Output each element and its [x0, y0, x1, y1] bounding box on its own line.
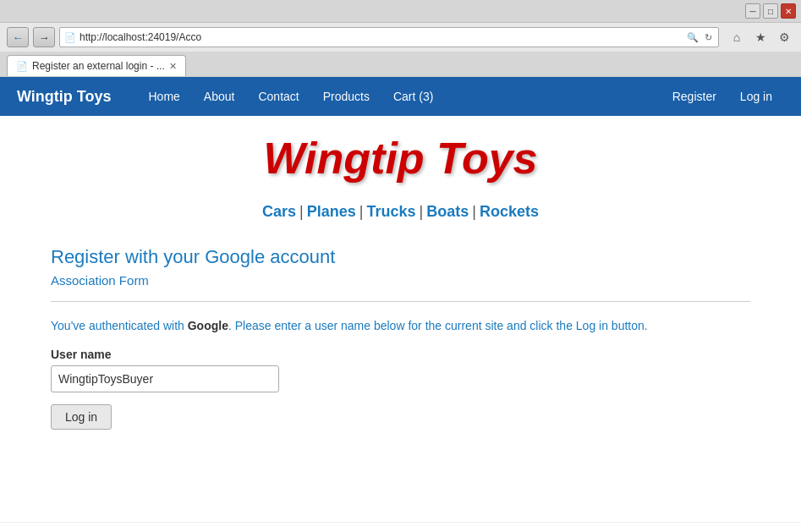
username-input[interactable] [51, 365, 279, 392]
nav-cart[interactable]: Cart (3) [381, 80, 445, 113]
divider [51, 301, 750, 302]
browser-titlebar: ─ □ ✕ [0, 0, 801, 23]
tab-label: Register an external login - ... [32, 60, 165, 72]
address-icons: 🔍 ↻ [685, 31, 714, 44]
site-footer: © 2013 - Wingtip Toys [0, 522, 801, 532]
site-title: Wingtip Toys [51, 133, 750, 184]
cat-sep-4: | [472, 203, 476, 221]
search-icon[interactable]: 🔍 [685, 31, 700, 44]
cat-sep-1: | [299, 203, 304, 221]
browser-tab[interactable]: 📄 Register an external login - ... ✕ [7, 55, 186, 76]
address-text: http://localhost:24019/Acco [80, 31, 682, 43]
tab-favicon: 📄 [16, 61, 28, 72]
tab-bar: 📄 Register an external login - ... ✕ [0, 52, 801, 76]
tab-close-icon[interactable]: ✕ [169, 61, 177, 72]
lock-icon: 📄 [64, 32, 76, 43]
address-bar[interactable]: 📄 http://localhost:24019/Acco 🔍 ↻ [59, 27, 719, 47]
minimize-button[interactable]: ─ [745, 3, 760, 19]
browser-toolbar: ← → 📄 http://localhost:24019/Acco 🔍 ↻ ⌂ … [0, 23, 801, 52]
login-button[interactable]: Log in [51, 404, 112, 430]
auth-message-suffix: . Please enter a user name below for the… [228, 319, 648, 332]
main-content: Wingtip Toys Cars | Planes | Trucks | Bo… [0, 116, 801, 505]
home-icon[interactable]: ⌂ [727, 27, 747, 47]
form-subtitle: Association Form [51, 273, 750, 288]
maximize-button[interactable]: □ [763, 3, 778, 19]
nav-home[interactable]: Home [137, 80, 192, 113]
cat-cars[interactable]: Cars [262, 203, 296, 221]
auth-message-prefix: You've authenticated with [51, 319, 188, 332]
close-button[interactable]: ✕ [781, 3, 796, 19]
nav-contact[interactable]: Contact [246, 80, 310, 113]
star-icon[interactable]: ★ [750, 27, 771, 47]
cat-sep-3: | [420, 203, 424, 221]
forward-button[interactable]: → [33, 27, 55, 47]
back-button[interactable]: ← [7, 27, 29, 47]
site-title-wrap: Wingtip Toys [51, 116, 750, 196]
site-nav: Wingtip Toys Home About Contact Products… [0, 77, 801, 116]
nav-register[interactable]: Register [661, 80, 728, 113]
username-label: User name [51, 348, 750, 361]
cat-sep-2: | [359, 203, 364, 221]
form-section: Register with your Google account Associ… [51, 238, 750, 447]
auth-message: You've authenticated with Google. Please… [51, 319, 750, 332]
cat-trucks[interactable]: Trucks [366, 203, 415, 221]
provider-name: Google [188, 319, 228, 332]
browser-chrome: ─ □ ✕ ← → 📄 http://localhost:24019/Acco … [0, 0, 801, 77]
refresh-icon[interactable]: ↻ [703, 31, 714, 44]
nav-links: Home About Contact Products Cart (3) [137, 80, 661, 113]
form-title: Register with your Google account [51, 246, 750, 268]
category-links: Cars | Planes | Trucks | Boats | Rockets [51, 196, 750, 238]
nav-login[interactable]: Log in [728, 80, 784, 113]
settings-icon[interactable]: ⚙ [774, 27, 794, 47]
cat-rockets[interactable]: Rockets [480, 203, 539, 221]
cat-planes[interactable]: Planes [307, 203, 356, 221]
cat-boats[interactable]: Boats [426, 203, 469, 221]
nav-right: Register Log in [661, 80, 784, 113]
site-brand[interactable]: Wingtip Toys [17, 88, 112, 106]
toolbar-icons: ⌂ ★ ⚙ [727, 27, 794, 47]
nav-about[interactable]: About [192, 80, 247, 113]
nav-products[interactable]: Products [311, 80, 381, 113]
